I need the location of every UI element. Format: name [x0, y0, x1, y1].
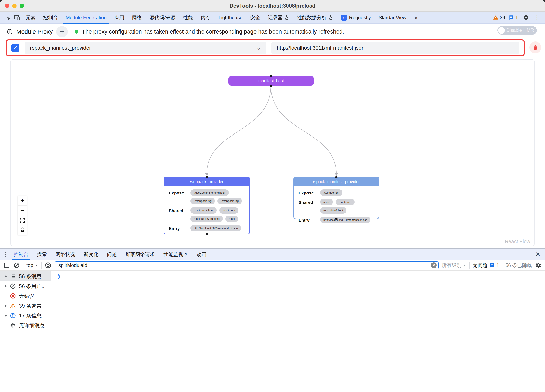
console-tab-changes[interactable]: 新变化 — [79, 248, 103, 260]
console-tab-performance-monitor[interactable]: 性能监视器 — [159, 248, 192, 260]
node-webpack-provider[interactable]: webpack_provider Expose ./useCustomRemot… — [164, 177, 250, 235]
fit-view-icon — [20, 218, 25, 223]
tab-security[interactable]: 安全 — [246, 12, 264, 24]
log-levels-select[interactable]: 所有级别 ▼ — [442, 262, 466, 269]
entry-label: Entry — [298, 217, 320, 223]
expander-icon[interactable] — [5, 285, 10, 288]
dropdown-arrow-icon: ▼ — [463, 264, 466, 267]
console-tab-network-conditions[interactable]: 网络状况 — [51, 248, 79, 260]
entry-row: Entry http://localhost:3009/mf-manifest.… — [169, 225, 246, 231]
expander-icon[interactable] — [5, 314, 10, 317]
expose-pill: ./Component — [320, 189, 342, 196]
toggle-knob — [498, 27, 505, 34]
close-window-button[interactable] — [5, 4, 9, 8]
warning-triangle-icon — [493, 15, 498, 20]
tab-lighthouse[interactable]: Lighthouse — [215, 12, 246, 24]
message-count: 1 — [515, 15, 518, 20]
console-settings-gear-icon[interactable] — [535, 262, 542, 269]
traffic-lights — [5, 4, 24, 8]
console-tab-network-blocking[interactable]: 屏蔽网络请求 — [121, 248, 159, 260]
node-handle — [335, 176, 338, 178]
sidebar-item-info[interactable]: 17 条信息 — [0, 311, 51, 320]
react-flow-attribution[interactable]: React Flow — [505, 239, 530, 244]
shared-pill: react-dom/client — [320, 207, 346, 214]
expander-icon[interactable] — [5, 304, 10, 307]
zoom-in-button[interactable]: + — [18, 196, 27, 206]
issues-message-count: 1 — [496, 262, 499, 268]
entry-label: Entry — [169, 225, 191, 231]
delete-proxy-button[interactable] — [529, 42, 541, 53]
tab-elements[interactable]: 元素 — [22, 12, 39, 24]
info-icon — [7, 29, 13, 35]
console-sidebar: 56 条消息 56 条用户... 无错误 39 条警告 — [0, 271, 51, 392]
proxy-url-input[interactable] — [272, 42, 519, 54]
console-filter-input[interactable] — [55, 261, 439, 269]
fit-view-button[interactable] — [18, 215, 27, 225]
drawer-kebab-icon[interactable]: ⋮ — [1, 251, 9, 258]
console-body: 56 条消息 56 条用户... 无错误 39 条警告 — [0, 271, 545, 392]
node-handle — [270, 84, 272, 87]
javascript-context-select[interactable]: top ▼ — [26, 262, 38, 268]
clear-console-icon[interactable] — [13, 262, 20, 269]
expose-pill: ./WebpackPng — [217, 198, 242, 204]
add-proxy-button[interactable]: + — [56, 26, 68, 37]
tab-requestly[interactable]: ⇄ Requestly — [337, 12, 375, 24]
node-manifest-host[interactable]: manifest_host — [228, 76, 314, 86]
sidebar-item-warnings[interactable]: 39 条警告 — [0, 301, 51, 311]
more-tabs-button[interactable]: » — [410, 12, 422, 24]
unlock-icon — [20, 228, 25, 233]
provider-select[interactable]: rspack_manifest_provider ⌄ — [25, 42, 266, 54]
tab-performance[interactable]: 性能 — [180, 12, 197, 24]
expander-icon[interactable] — [5, 275, 10, 278]
tab-console[interactable]: 控制台 — [39, 12, 62, 24]
shared-row: Shared react-dom/client react-dom react/… — [169, 207, 246, 222]
messages-badge[interactable]: 1 — [508, 15, 518, 20]
proxy-rule-row: ✓ rspack_manifest_provider ⌄ — [6, 39, 525, 56]
zoom-out-button[interactable]: − — [18, 206, 27, 215]
tab-module-federation[interactable]: Module Federation — [62, 12, 111, 24]
shared-pill: react/jsx-dev-runtime — [191, 216, 223, 222]
console-filter: ✕ — [55, 261, 439, 269]
sidebar-item-user-messages[interactable]: 56 条用户... — [0, 281, 51, 291]
react-flow-controls: + − — [18, 196, 27, 235]
console-tab-console[interactable]: 控制台 — [9, 248, 33, 260]
tab-recorder[interactable]: 记录器 — [264, 12, 293, 24]
sidebar-item-label: 无详细消息 — [19, 322, 45, 329]
tab-application[interactable]: 应用 — [111, 12, 128, 24]
tab-performance-insights[interactable]: 性能数据分析 — [293, 12, 337, 24]
device-toolbar-icon[interactable] — [12, 13, 22, 22]
warnings-badge[interactable]: 39 — [493, 15, 505, 20]
sidebar-item-errors[interactable]: 无错误 — [0, 291, 51, 301]
tab-slardar-view[interactable]: Slardar View — [375, 12, 410, 24]
maximize-window-button[interactable] — [20, 4, 24, 8]
console-tab-issues[interactable]: 问题 — [103, 248, 121, 260]
console-tab-search[interactable]: 搜索 — [33, 248, 51, 260]
module-graph-canvas[interactable]: manifest_host webpack_provider Expose ./… — [10, 59, 535, 247]
disable-hmr-toggle[interactable]: Disable HMR — [497, 26, 537, 35]
close-drawer-icon[interactable]: ✕ — [535, 251, 540, 258]
minimize-window-button[interactable] — [12, 4, 17, 8]
lock-toggle-button[interactable] — [18, 225, 27, 235]
tab-network[interactable]: 网络 — [128, 12, 146, 24]
settings-gear-icon[interactable] — [521, 13, 531, 22]
expose-row: Expose ./Component — [298, 189, 375, 196]
node-rspack-manifest-provider[interactable]: rspack_manifest_provider Expose ./Compon… — [293, 177, 379, 219]
console-sidebar-toggle-icon[interactable] — [3, 262, 10, 269]
shared-pill: react — [320, 199, 333, 205]
live-expression-eye-icon[interactable] — [45, 262, 52, 269]
sidebar-item-all-messages[interactable]: 56 条消息 — [0, 271, 51, 281]
console-messages-area[interactable]: ❯ — [51, 271, 545, 392]
more-options-kebab-icon[interactable]: ⋮ — [534, 14, 540, 21]
console-prompt-chevron[interactable]: ❯ — [57, 273, 61, 279]
tab-sources[interactable]: 源代码/来源 — [146, 12, 180, 24]
sidebar-item-label: 无错误 — [19, 293, 34, 299]
sidebar-item-verbose[interactable]: 无详细消息 — [0, 320, 51, 330]
inspect-element-icon[interactable] — [3, 13, 12, 22]
graph-edges — [11, 60, 534, 246]
info-icon — [10, 313, 16, 319]
console-tab-animations[interactable]: 动画 — [192, 248, 211, 260]
tab-memory[interactable]: 内存 — [197, 12, 215, 24]
proxy-enabled-checkbox[interactable]: ✓ — [11, 44, 19, 52]
shared-pill: react — [225, 216, 238, 222]
issues-status[interactable]: 无问题 1 — [473, 262, 499, 269]
